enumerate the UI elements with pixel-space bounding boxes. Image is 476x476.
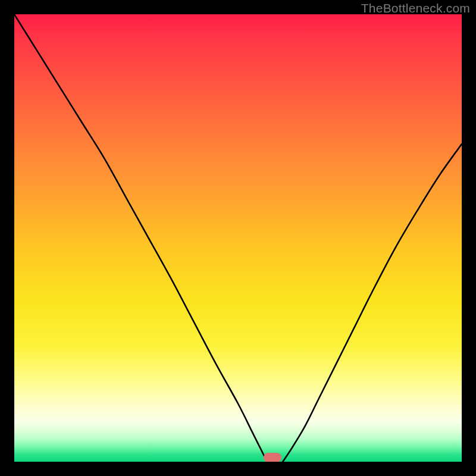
watermark-text: TheBottleneck.com: [361, 1, 470, 15]
bottleneck-marker: [264, 453, 281, 462]
chart-frame: TheBottleneck.com: [0, 0, 476, 476]
left-curve: [14, 14, 267, 462]
plot-area: [14, 14, 462, 462]
curve-layer: [14, 14, 462, 462]
right-curve: [283, 144, 462, 462]
